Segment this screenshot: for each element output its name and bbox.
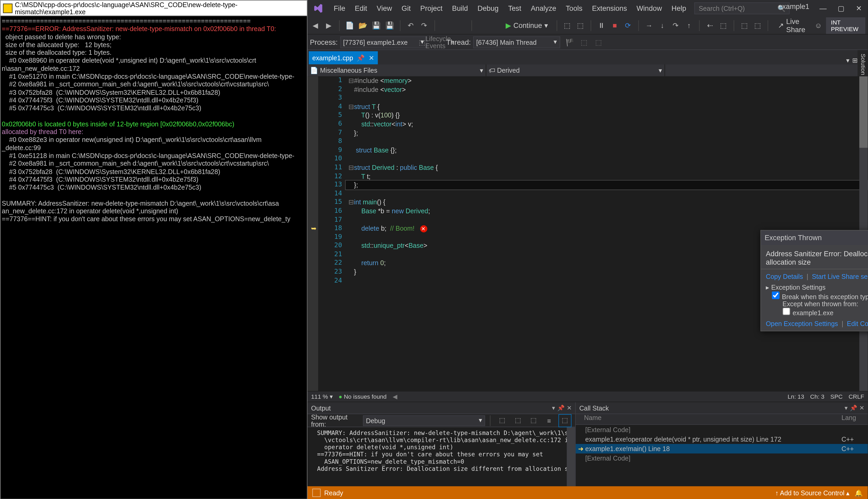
break-when-checkbox[interactable] <box>772 292 780 299</box>
document-tab-strip: example1.cpp 📌 ✕ ▾ ⊞ ✶ <box>308 50 868 64</box>
show-next-icon[interactable]: → <box>644 19 655 32</box>
col-lang[interactable]: Lang <box>841 414 865 424</box>
menu-analyze[interactable]: Analyze <box>526 0 561 16</box>
new-project-icon[interactable]: 📄 <box>344 19 355 32</box>
stack-frame[interactable]: [External Code] <box>576 453 868 463</box>
pane-close-icon[interactable]: ✕ <box>859 405 864 411</box>
add-to-source-control[interactable]: ↑ Add to Source Control ▴ <box>775 489 850 497</box>
process-combo[interactable]: [77376] example1.exe▾ <box>340 36 427 48</box>
copy-details-link[interactable]: Copy Details <box>766 273 803 280</box>
nav-left-icon[interactable]: ◀ <box>393 393 398 400</box>
open-icon[interactable]: 📂 <box>358 19 369 32</box>
menu-test[interactable]: Test <box>503 0 526 16</box>
stack-frame[interactable]: ➜ example1.exe!main() Line 18 C++ <box>576 444 868 453</box>
debug-tool-1[interactable]: ⬚ <box>561 19 573 32</box>
break-all-icon[interactable]: ⏸ <box>596 19 607 32</box>
callstack-title: Call Stack <box>579 404 609 411</box>
flag-icon[interactable]: 🏴 <box>563 36 577 49</box>
output-tool-1[interactable]: ⬚ <box>496 414 509 427</box>
restart-icon[interactable]: ⟳ <box>623 19 634 32</box>
menu-help[interactable]: Help <box>667 0 691 16</box>
tab-dropdown-icon[interactable]: ▾ <box>846 57 850 64</box>
nav-fwd-icon[interactable]: ▶ <box>323 19 334 32</box>
undo-icon[interactable]: ↶ <box>405 19 416 32</box>
stop-icon[interactable]: ■ <box>609 19 620 32</box>
minimize-button[interactable]: — <box>814 0 832 16</box>
save-icon[interactable]: 💾 <box>371 19 382 32</box>
redo-icon[interactable]: ↷ <box>418 19 429 32</box>
thread-combo[interactable]: [67436] Main Thread▾ <box>473 36 560 48</box>
menu-edit[interactable]: Edit <box>350 0 372 16</box>
debug-tool-2[interactable]: ⬚ <box>575 19 586 32</box>
pane-close-icon[interactable]: ✕ <box>567 405 572 411</box>
callstack-rows[interactable]: [External Code] example1.exe!operator de… <box>576 425 868 486</box>
output-tool-5[interactable]: ⬚ <box>558 414 572 427</box>
step-into-icon[interactable]: ↓ <box>657 19 668 32</box>
output-tool-3[interactable]: ⬚ <box>527 414 540 427</box>
output-scrollbar[interactable] <box>567 427 575 486</box>
output-tool-4[interactable]: ≡ <box>542 414 556 427</box>
tab-filename: example1.cpp <box>312 54 353 61</box>
zoom-level[interactable]: 111 % ▾ <box>311 393 333 400</box>
pane-pin-icon[interactable]: 📌 <box>557 405 564 411</box>
nav-project-combo[interactable]: 📄 Miscellaneous Files▾ <box>308 64 486 76</box>
stackframe-nav-icon[interactable]: ⬚ <box>591 36 606 49</box>
pane-dropdown-icon[interactable]: ▾ <box>552 405 555 411</box>
tool-d[interactable]: ⬚ <box>752 19 763 32</box>
class-icon: 🏷 <box>489 66 496 74</box>
menu-project[interactable]: Project <box>416 0 448 16</box>
nav-member-combo[interactable]: ▾ <box>665 64 868 76</box>
tool-c[interactable]: ⬚ <box>739 19 750 32</box>
console-title: C:\MSDN\cpp-docs-pr\docs\c-language\ASAN… <box>15 1 307 15</box>
document-tab-active[interactable]: example1.cpp 📌 ✕ <box>309 51 377 64</box>
except-from-checkbox[interactable] <box>782 307 790 315</box>
glyph-margin[interactable] <box>308 76 318 391</box>
edit-conditions-link[interactable]: Edit Conditions <box>847 320 868 327</box>
quicklaunch-search[interactable]: Search (Ctrl+Q) 🔍 <box>695 2 790 14</box>
maximize-button[interactable]: ▢ <box>832 0 850 16</box>
menu-tools[interactable]: Tools <box>561 0 587 16</box>
step-over-icon[interactable]: ↷ <box>670 19 681 32</box>
col-name[interactable]: Name <box>578 414 841 424</box>
live-share-button[interactable]: ↗ Live Share <box>778 17 810 34</box>
live-share-icon: ↗ <box>778 21 784 29</box>
close-tab-icon[interactable]: ✕ <box>369 54 374 62</box>
nav-back-icon[interactable]: ◀ <box>310 19 321 32</box>
notifications-icon[interactable]: 🔔 <box>855 489 863 497</box>
output-source-combo[interactable]: Debug▾ <box>363 415 485 426</box>
live-share-link[interactable]: Start Live Share session... <box>812 273 868 280</box>
close-button[interactable]: ✕ <box>850 0 868 16</box>
code-nav-bar: 📄 Miscellaneous Files▾ 🏷 Derived▾ ▾ <box>308 64 868 76</box>
menu-window[interactable]: Window <box>632 0 667 16</box>
open-exception-settings-link[interactable]: Open Exception Settings <box>766 320 838 327</box>
file-icon: 📄 <box>310 66 318 73</box>
error-badge-icon: ✕ <box>420 226 427 232</box>
menu-debug[interactable]: Debug <box>473 0 503 16</box>
feedback-icon[interactable]: ☺ <box>813 19 824 32</box>
output-text[interactable]: SUMMARY: AddressSanitizer: new-delete-ty… <box>308 427 567 486</box>
continue-button[interactable]: ▶ Continue ▾ <box>502 21 552 29</box>
console-titlebar[interactable]: C:\MSDN\cpp-docs-pr\docs\c-language\ASAN… <box>1 1 307 16</box>
output-tool-2[interactable]: ⬚ <box>511 414 524 427</box>
stack-frame[interactable]: example1.exe!operator delete(void * ptr,… <box>576 435 868 444</box>
stack-frame[interactable]: [External Code] <box>576 425 868 435</box>
menu-build[interactable]: Build <box>447 0 473 16</box>
menu-file[interactable]: File <box>329 0 350 16</box>
save-all-icon[interactable]: 💾 <box>384 19 395 32</box>
tab-new-hsplit-icon[interactable]: ⊞ <box>852 57 857 64</box>
lifecycle-icon[interactable]: ⬚ Lifecycle Events ▾ <box>429 36 444 49</box>
nav-scope-combo[interactable]: 🏷 Derived▾ <box>486 64 665 76</box>
show-output-from-label: Show output from: <box>311 413 360 427</box>
menu-view[interactable]: View <box>372 0 397 16</box>
pane-pin-icon[interactable]: 📌 <box>850 405 857 411</box>
visual-studio-window: FileEditViewGitProjectBuildDebugTestAnal… <box>308 0 868 499</box>
tool-b[interactable]: ⬚ <box>718 19 729 32</box>
stackframe-icon[interactable]: ⬚ <box>577 36 591 49</box>
pane-dropdown-icon[interactable]: ▾ <box>845 405 847 411</box>
issues-indicator[interactable]: ● No issues found <box>339 393 387 400</box>
step-out-icon[interactable]: ↑ <box>684 19 695 32</box>
menu-git[interactable]: Git <box>397 0 416 16</box>
tool-a[interactable]: ⇠ <box>705 19 716 32</box>
pin-icon[interactable]: 📌 <box>357 54 365 62</box>
menu-extensions[interactable]: Extensions <box>587 0 632 16</box>
